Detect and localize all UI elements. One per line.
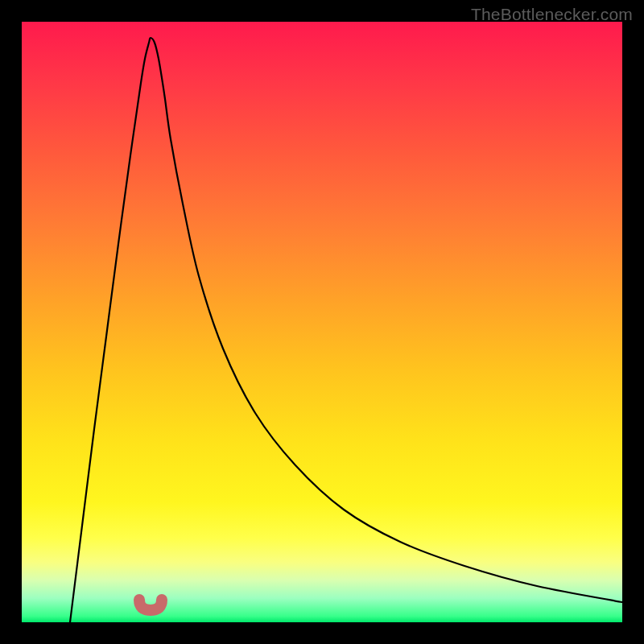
plot-area bbox=[22, 22, 622, 622]
chart-svg bbox=[22, 22, 622, 622]
watermark-text: TheBottlenecker.com bbox=[471, 5, 633, 24]
min-marker bbox=[139, 600, 162, 610]
bottleneck-curve bbox=[70, 38, 622, 622]
chart-frame: TheBottlenecker.com bbox=[0, 0, 644, 644]
